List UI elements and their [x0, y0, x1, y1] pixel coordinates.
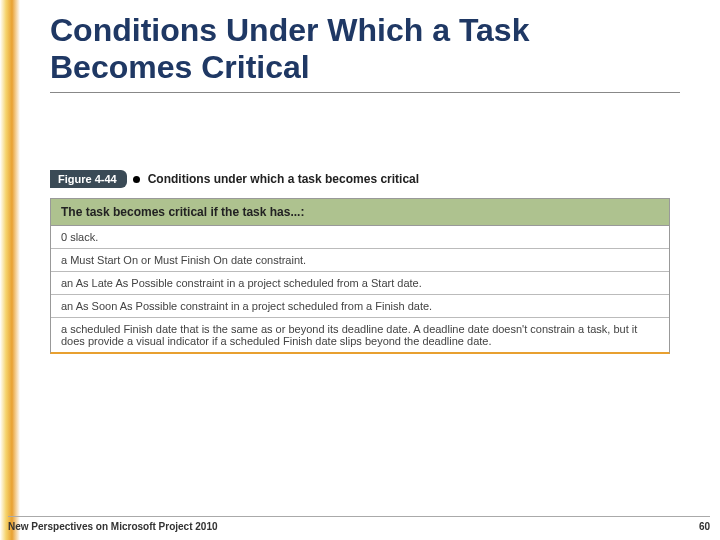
- table-row: an As Late As Possible constraint in a p…: [51, 272, 669, 295]
- table-row: a scheduled Finish date that is the same…: [51, 318, 669, 352]
- footer-source: New Perspectives on Microsoft Project 20…: [8, 521, 218, 532]
- page-number: 60: [699, 521, 710, 532]
- figure-container: Figure 4-44 Conditions under which a tas…: [50, 170, 670, 354]
- conditions-table: The task becomes critical if the task ha…: [50, 198, 670, 354]
- slide-footer: New Perspectives on Microsoft Project 20…: [8, 516, 710, 532]
- accent-bar: [0, 0, 20, 540]
- table-row: 0 slack.: [51, 226, 669, 249]
- slide-title: Conditions Under Which a Task Becomes Cr…: [50, 12, 680, 93]
- bullet-icon: [133, 176, 140, 183]
- table-row: an As Soon As Possible constraint in a p…: [51, 295, 669, 318]
- figure-caption: Conditions under which a task becomes cr…: [148, 172, 419, 186]
- table-header: The task becomes critical if the task ha…: [51, 199, 669, 226]
- figure-label: Figure 4-44: [50, 170, 127, 188]
- table-row: a Must Start On or Must Finish On date c…: [51, 249, 669, 272]
- figure-label-row: Figure 4-44 Conditions under which a tas…: [50, 170, 670, 188]
